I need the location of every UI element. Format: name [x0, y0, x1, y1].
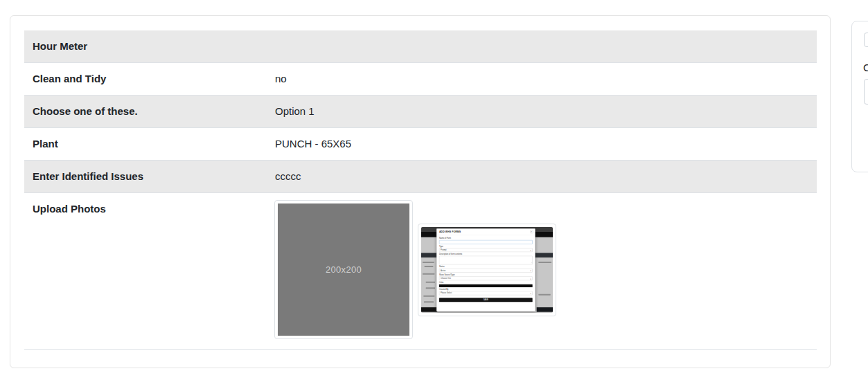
chevron-down-icon: ▾	[530, 291, 531, 295]
row-label: Upload Photos	[24, 193, 267, 349]
mini-field-label: Created By	[439, 288, 533, 290]
mini-field-label: Show Source/Type	[439, 273, 533, 275]
mini-field-label: Type	[439, 245, 533, 247]
detail-table: Hour Meter Clean and Tidy no Choose one …	[24, 30, 817, 350]
mini-modal-header: ADD WHS FORMS ×	[436, 228, 535, 235]
mini-bottom-bar-left	[421, 307, 437, 312]
detail-row-upload-photos: Upload Photos 200x200	[24, 192, 817, 349]
mini-modal-body: Name of Form Type Prompt ▾	[436, 235, 535, 303]
row-value: no	[267, 63, 817, 95]
detail-row-identified-issues: Enter Identified Issues ccccc	[24, 160, 817, 192]
row-label: Choose one of these.	[24, 96, 267, 127]
close-icon: ×	[530, 230, 533, 233]
mini-field-show-source-type: Show Source/Type Choose One ▾	[439, 273, 533, 280]
photo-strip: 200x200	[274, 200, 808, 339]
detail-row-plant: Plant PUNCH - 65X65	[24, 127, 817, 160]
mini-select: Prompt ▾	[439, 248, 533, 252]
mini-text-line	[538, 262, 551, 263]
mini-textarea	[439, 255, 533, 264]
detail-row-hour-meter: Hour Meter	[24, 30, 817, 62]
mini-field-color: Color	[439, 281, 533, 287]
detail-row-choose-one: Choose one of these. Option 1	[24, 95, 817, 127]
mini-screen: ADD WHS FORMS × Name of Form	[421, 227, 553, 313]
mini-field-label: Color	[439, 281, 533, 283]
mini-select-value: Please Select	[441, 292, 452, 294]
modal-screenshot-image: ADD WHS FORMS × Name of Form	[421, 227, 553, 313]
mini-bottom-bar-right	[537, 307, 553, 312]
mini-save-button: SAVE	[439, 298, 533, 302]
mini-select-value: Active	[441, 269, 445, 271]
mini-select-value: Prompt	[441, 248, 447, 251]
mini-field-status: Status Active ▾	[439, 266, 533, 273]
row-value: ccccc	[267, 161, 817, 192]
mini-field-label: Description of form contents	[439, 253, 533, 255]
mini-text-input	[439, 240, 533, 244]
row-value: 200x200	[267, 193, 817, 349]
mini-text-line	[426, 281, 435, 282]
mini-color-swatch	[439, 284, 533, 287]
chevron-down-icon: ▾	[530, 269, 531, 273]
mini-select-value: Choose One	[441, 277, 451, 279]
detail-card: Hour Meter Clean and Tidy no Choose one …	[10, 15, 831, 368]
mini-field-label: Status	[439, 266, 533, 268]
side-panel-card: C	[851, 21, 868, 172]
page: Hour Meter Clean and Tidy no Choose one …	[0, 0, 868, 389]
mini-modal-title: ADD WHS FORMS	[436, 228, 535, 235]
mini-modal: ADD WHS FORMS × Name of Form	[436, 228, 535, 311]
mini-text-line	[423, 262, 434, 263]
mini-text-line	[426, 287, 435, 289]
row-value: PUNCH - 65X65	[267, 128, 817, 160]
mini-select: Choose One ▾	[439, 276, 533, 280]
mini-field-description: Description of form contents	[439, 253, 533, 264]
side-panel-input-fragment[interactable]	[864, 79, 868, 105]
photo-thumbnail-placeholder[interactable]: 200x200	[274, 200, 413, 339]
mini-text-line	[425, 266, 434, 267]
placeholder-image: 200x200	[278, 203, 409, 336]
placeholder-image-text: 200x200	[326, 263, 362, 277]
photo-thumbnail-modal-screenshot[interactable]: ADD WHS FORMS × Name of Form	[418, 224, 556, 316]
mini-field-created-by: Created By Please Select ▾	[439, 288, 533, 295]
mini-text-line	[538, 293, 550, 295]
detail-row-clean-and-tidy: Clean and Tidy no	[24, 62, 817, 95]
chevron-down-icon: ▾	[530, 277, 531, 280]
row-label: Enter Identified Issues	[24, 161, 267, 192]
row-label: Clean and Tidy	[24, 63, 267, 95]
mini-field-type: Type Prompt ▾	[439, 245, 533, 252]
side-panel-button-fragment[interactable]	[864, 33, 868, 47]
mini-select: Please Select ▾	[439, 291, 533, 295]
side-panel-label-fragment: C	[863, 61, 868, 75]
mini-text-line	[424, 301, 434, 302]
mini-text-line	[423, 273, 434, 274]
mini-field-name-of-form: Name of Form	[439, 237, 533, 244]
mini-field-label: Name of Form	[439, 237, 533, 239]
row-value: Option 1	[267, 96, 817, 127]
chevron-down-icon: ▾	[530, 248, 531, 252]
mini-text-line	[423, 295, 434, 296]
row-label: Plant	[24, 128, 267, 160]
row-label: Hour Meter	[24, 30, 267, 62]
mini-select: Active ▾	[439, 269, 533, 273]
row-value	[267, 30, 817, 62]
